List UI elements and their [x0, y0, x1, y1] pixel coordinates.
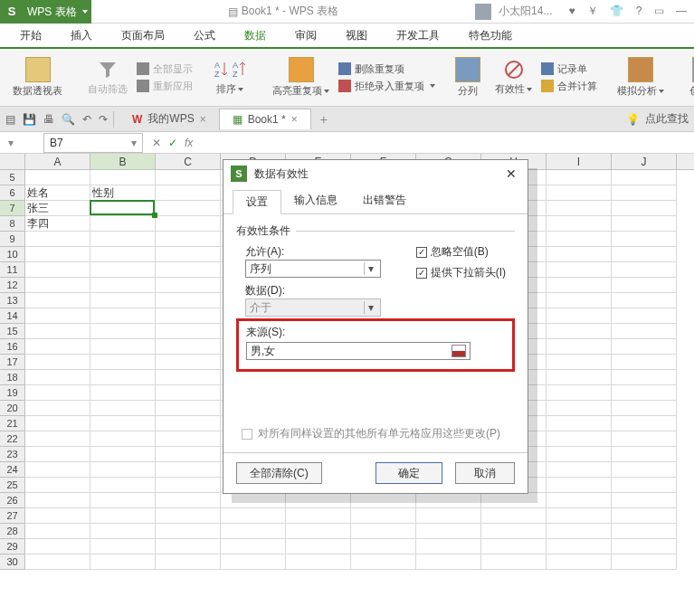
- cell-C15[interactable]: [156, 324, 221, 339]
- cell-I7[interactable]: [547, 201, 612, 216]
- cell-I26[interactable]: [547, 493, 612, 508]
- heart-icon[interactable]: ♥: [568, 5, 575, 17]
- cell-B12[interactable]: [90, 278, 156, 293]
- cell-D26[interactable]: [221, 493, 286, 508]
- click-search-link[interactable]: 点此查找: [645, 111, 689, 127]
- row-header-21[interactable]: 21: [0, 416, 25, 431]
- cell-C10[interactable]: [156, 247, 221, 262]
- col-header-B[interactable]: B: [90, 154, 156, 169]
- cell-C9[interactable]: [156, 232, 221, 247]
- col-header-C[interactable]: C: [156, 154, 221, 169]
- cell-I12[interactable]: [547, 278, 612, 293]
- name-box[interactable]: B7 ▾: [43, 133, 143, 153]
- cell-C22[interactable]: [156, 431, 221, 447]
- cell-J6[interactable]: [612, 185, 677, 201]
- cell-I14[interactable]: [547, 308, 612, 324]
- cell-A22[interactable]: [25, 431, 90, 447]
- cell-B5[interactable]: [90, 170, 156, 185]
- cell-D30[interactable]: [221, 554, 286, 570]
- row-header-6[interactable]: 6: [0, 185, 25, 201]
- cell-I27[interactable]: [547, 508, 612, 524]
- cell-I22[interactable]: [547, 431, 612, 447]
- row-header-16[interactable]: 16: [0, 339, 25, 355]
- cell-A8[interactable]: 李四: [25, 216, 90, 232]
- cell-D28[interactable]: [221, 524, 286, 539]
- cell-B28[interactable]: [90, 524, 156, 539]
- formula-input[interactable]: [202, 133, 694, 153]
- menu-tab-8[interactable]: 特色功能: [454, 23, 527, 47]
- cell-C19[interactable]: [156, 385, 221, 401]
- dialog-tab-0[interactable]: 设置: [233, 190, 281, 214]
- sort-button[interactable]: 排序: [216, 82, 243, 96]
- cell-A13[interactable]: [25, 293, 90, 308]
- shirt-icon[interactable]: 👕: [610, 5, 623, 17]
- app-name-dropdown[interactable]: WPS 表格: [24, 0, 91, 24]
- cell-J10[interactable]: [612, 247, 677, 262]
- row-header-10[interactable]: 10: [0, 247, 25, 262]
- range-select-icon[interactable]: [452, 345, 466, 357]
- row-header-19[interactable]: 19: [0, 385, 25, 401]
- cell-A26[interactable]: [25, 493, 90, 508]
- cell-D27[interactable]: [221, 508, 286, 524]
- cell-J7[interactable]: [612, 201, 677, 216]
- row-header-20[interactable]: 20: [0, 401, 25, 416]
- cell-B27[interactable]: [90, 508, 156, 524]
- row-header-30[interactable]: 30: [0, 554, 25, 570]
- cell-J15[interactable]: [612, 324, 677, 339]
- cell-J30[interactable]: [612, 554, 677, 570]
- row-header-28[interactable]: 28: [0, 524, 25, 539]
- menu-tab-6[interactable]: 视图: [331, 23, 382, 47]
- text-to-columns-button[interactable]: 分列: [450, 52, 486, 102]
- cell-A9[interactable]: [25, 232, 90, 247]
- cell-I29[interactable]: [547, 539, 612, 554]
- cell-E29[interactable]: [286, 539, 351, 554]
- cell-B17[interactable]: [90, 355, 156, 370]
- allow-combobox[interactable]: 序列 ▾: [245, 260, 381, 278]
- row-header-11[interactable]: 11: [0, 262, 25, 278]
- menu-tab-4[interactable]: 数据: [230, 23, 280, 47]
- cell-B9[interactable]: [90, 232, 156, 247]
- cell-I21[interactable]: [547, 416, 612, 431]
- cell-B29[interactable]: [90, 539, 156, 554]
- cell-B23[interactable]: [90, 447, 156, 462]
- cell-J18[interactable]: [612, 370, 677, 385]
- row-header-22[interactable]: 22: [0, 431, 25, 447]
- save-icon[interactable]: 💾: [23, 113, 36, 126]
- undo-icon[interactable]: ↶: [82, 113, 91, 126]
- row-header-13[interactable]: 13: [0, 293, 25, 308]
- cell-C30[interactable]: [156, 554, 221, 570]
- cell-B16[interactable]: [90, 339, 156, 355]
- cell-J14[interactable]: [612, 308, 677, 324]
- cell-F29[interactable]: [351, 539, 416, 554]
- expand-namebox-icon[interactable]: ▾: [0, 137, 22, 149]
- cell-C25[interactable]: [156, 478, 221, 493]
- book1-tab[interactable]: ▦ Book1 * ×: [219, 109, 311, 129]
- menu-tab-0[interactable]: 开始: [5, 23, 56, 47]
- cell-A17[interactable]: [25, 355, 90, 370]
- source-input[interactable]: 男,女: [246, 342, 471, 360]
- cell-C28[interactable]: [156, 524, 221, 539]
- dialog-close-icon[interactable]: ✕: [502, 166, 520, 181]
- row-header-24[interactable]: 24: [0, 462, 25, 478]
- cell-B18[interactable]: [90, 370, 156, 385]
- ignore-blank-checkbox[interactable]: ✓ 忽略空值(B): [416, 244, 506, 260]
- cell-A20[interactable]: [25, 401, 90, 416]
- my-wps-tab[interactable]: W 我的WPS ×: [119, 108, 219, 130]
- cell-A25[interactable]: [25, 478, 90, 493]
- select-all-corner[interactable]: [0, 154, 25, 169]
- cell-A23[interactable]: [25, 447, 90, 462]
- confirm-edit-icon[interactable]: ✓: [168, 137, 177, 149]
- cell-B26[interactable]: [90, 493, 156, 508]
- fx-icon[interactable]: fx: [185, 137, 193, 149]
- cell-I13[interactable]: [547, 293, 612, 308]
- cell-A5[interactable]: [25, 170, 90, 185]
- remove-dup-button[interactable]: 删除重复项: [338, 62, 435, 76]
- col-header-I[interactable]: I: [547, 154, 612, 169]
- cell-J28[interactable]: [612, 524, 677, 539]
- row-header-5[interactable]: 5: [0, 170, 25, 185]
- cell-A12[interactable]: [25, 278, 90, 293]
- highlight-dup-button[interactable]: 高亮重复项: [267, 52, 335, 102]
- sort-asc-icon[interactable]: AZ: [213, 59, 229, 81]
- cell-C18[interactable]: [156, 370, 221, 385]
- cell-H28[interactable]: [481, 524, 547, 539]
